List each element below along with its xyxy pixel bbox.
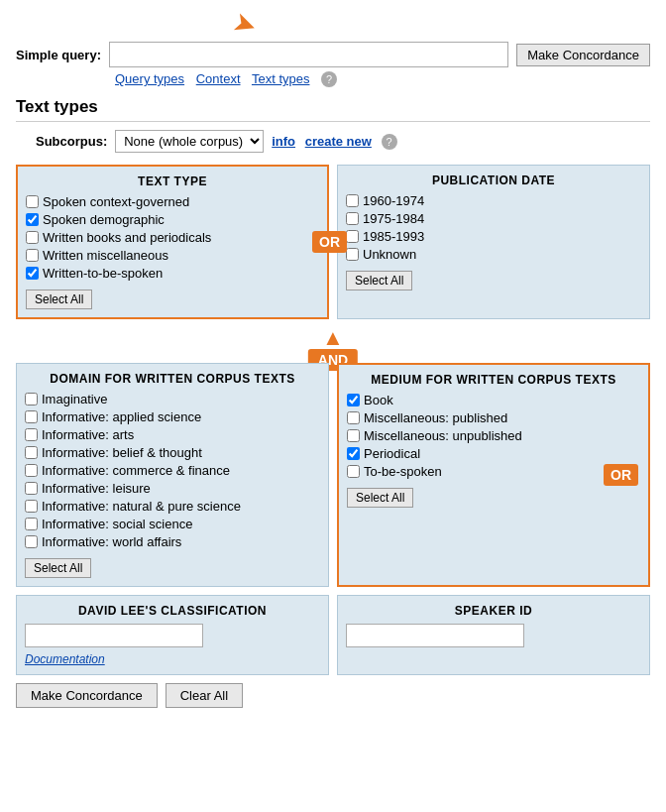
domain-item-6: Informative: natural & pure science: [25, 499, 320, 514]
help-icon[interactable]: ?: [321, 71, 337, 87]
medium-item-4: To-be-spoken: [347, 464, 640, 479]
domain-checkbox-5[interactable]: [25, 482, 38, 495]
pub-date-label-1[interactable]: 1975-1984: [363, 211, 424, 226]
domain-item-4: Informative: commerce & finance: [25, 463, 320, 478]
domain-label-8[interactable]: Informative: world affairs: [42, 534, 181, 549]
pub-date-checkbox-1[interactable]: [346, 212, 359, 225]
domain-checkbox-8[interactable]: [25, 535, 38, 548]
medium-checkbox-0[interactable]: [347, 394, 360, 406]
domain-label-0[interactable]: Imaginative: [42, 392, 107, 406]
make-concordance-button-top[interactable]: Make Concordance: [516, 44, 650, 66]
medium-checkbox-3[interactable]: [347, 447, 360, 460]
medium-label-0[interactable]: Book: [364, 393, 393, 407]
domain-checkbox-7[interactable]: [25, 518, 38, 530]
subcorpus-help-icon[interactable]: ?: [382, 134, 397, 150]
pub-date-title: PUBLICATION DATE: [346, 174, 641, 187]
documentation-link[interactable]: Documentation: [25, 652, 105, 666]
pub-date-item-1: 1975-1984: [346, 211, 641, 226]
domain-label-7[interactable]: Informative: social science: [42, 517, 192, 531]
text-type-title: TEXT TYPE: [26, 174, 319, 188]
pub-date-select-all[interactable]: Select All: [346, 271, 412, 290]
medium-label-3[interactable]: Periodical: [364, 446, 420, 461]
context-link[interactable]: Context: [196, 71, 241, 86]
domain-label-2[interactable]: Informative: arts: [42, 427, 134, 442]
medium-select-all[interactable]: Select All: [347, 488, 413, 508]
pub-date-checkbox-0[interactable]: [346, 194, 359, 207]
david-lee-input[interactable]: [25, 624, 203, 647]
text-type-item-4: Written-to-be-spoken: [26, 266, 319, 281]
text-type-panel: TEXT TYPE Spoken context-governed Spoken…: [16, 165, 329, 319]
domain-item-0: Imaginative: [25, 392, 320, 406]
text-type-label-2[interactable]: Written books and periodicals: [43, 230, 211, 245]
simple-query-input[interactable]: [109, 42, 508, 67]
medium-label-4[interactable]: To-be-spoken: [364, 464, 442, 479]
query-types-link[interactable]: Query types: [115, 71, 184, 86]
speaker-id-panel: SPEAKER ID: [337, 595, 650, 675]
or-badge-medium: OR: [604, 464, 638, 486]
up-arrow-icon: ▲: [322, 327, 344, 349]
medium-item-0: Book: [347, 393, 640, 407]
domain-checkbox-4[interactable]: [25, 464, 38, 477]
subcorpus-select[interactable]: None (whole corpus): [115, 130, 264, 153]
query-links: Query types Context Text types ?: [115, 71, 650, 87]
domain-checkbox-1[interactable]: [25, 410, 38, 423]
text-type-checkbox-0[interactable]: [26, 195, 39, 208]
section-title: Text types: [16, 97, 650, 122]
domain-label-1[interactable]: Informative: applied science: [42, 409, 201, 424]
text-type-checkbox-2[interactable]: [26, 231, 39, 244]
medium-label-1[interactable]: Miscellaneous: published: [364, 410, 507, 425]
domain-checkbox-0[interactable]: [25, 393, 38, 406]
domain-item-1: Informative: applied science: [25, 409, 320, 424]
bottom-buttons: Make Concordance Clear All: [16, 683, 650, 708]
domain-label-4[interactable]: Informative: commerce & finance: [42, 463, 230, 478]
domain-checkbox-2[interactable]: [25, 428, 38, 441]
arrow-indicator: ➤: [229, 5, 262, 44]
text-type-label-0[interactable]: Spoken context-governed: [43, 194, 189, 209]
pub-date-item-2: 1985-1993: [346, 229, 641, 244]
pub-date-label-0[interactable]: 1960-1974: [363, 193, 424, 208]
david-lee-panel: DAVID LEE'S CLASSIFICATION Documentation: [16, 595, 329, 675]
subcorpus-info-link[interactable]: info: [272, 134, 295, 149]
speaker-id-title: SPEAKER ID: [346, 604, 641, 618]
pub-date-label-3[interactable]: Unknown: [363, 247, 416, 262]
medium-item-2: Miscellaneous: unpublished: [347, 428, 640, 443]
text-type-label-4[interactable]: Written-to-be-spoken: [43, 266, 163, 281]
domain-item-5: Informative: leisure: [25, 481, 320, 496]
david-lee-title: DAVID LEE'S CLASSIFICATION: [25, 604, 320, 618]
text-type-item-0: Spoken context-governed: [26, 194, 319, 209]
make-concordance-button-bottom[interactable]: Make Concordance: [16, 683, 158, 708]
simple-query-label: Simple query:: [16, 48, 101, 62]
pub-date-item-3: Unknown: [346, 247, 641, 262]
publication-date-panel: PUBLICATION DATE 1960-1974 1975-1984 198…: [337, 165, 650, 319]
medium-label-2[interactable]: Miscellaneous: unpublished: [364, 428, 522, 443]
clear-all-button[interactable]: Clear All: [166, 683, 243, 708]
pub-date-checkbox-2[interactable]: [346, 230, 359, 243]
pub-date-label-2[interactable]: 1985-1993: [363, 229, 424, 244]
pub-date-item-0: 1960-1974: [346, 193, 641, 208]
speaker-id-input[interactable]: [346, 624, 524, 647]
text-type-select-all[interactable]: Select All: [26, 290, 92, 309]
domain-item-8: Informative: world affairs: [25, 534, 320, 549]
domain-label-6[interactable]: Informative: natural & pure science: [42, 499, 241, 514]
text-type-label-1[interactable]: Spoken demographic: [43, 212, 165, 227]
medium-checkbox-2[interactable]: [347, 429, 360, 442]
medium-checkbox-1[interactable]: [347, 411, 360, 424]
domain-title: DOMAIN FOR WRITTEN CORPUS TEXTS: [25, 372, 320, 386]
domain-checkbox-6[interactable]: [25, 500, 38, 513]
text-type-checkbox-3[interactable]: [26, 249, 39, 262]
text-type-item-3: Written miscellaneous: [26, 248, 319, 263]
medium-item-1: Miscellaneous: published: [347, 410, 640, 425]
pub-date-checkbox-3[interactable]: [346, 248, 359, 261]
subcorpus-links: info create new ?: [272, 134, 396, 150]
medium-checkbox-4[interactable]: [347, 465, 360, 478]
domain-label-3[interactable]: Informative: belief & thought: [42, 445, 202, 460]
subcorpus-create-link[interactable]: create new: [305, 134, 372, 149]
domain-label-5[interactable]: Informative: leisure: [42, 481, 151, 496]
domain-item-7: Informative: social science: [25, 517, 320, 531]
text-type-checkbox-1[interactable]: [26, 213, 39, 226]
text-type-label-3[interactable]: Written miscellaneous: [43, 248, 168, 263]
text-type-checkbox-4[interactable]: [26, 267, 39, 280]
domain-checkbox-3[interactable]: [25, 446, 38, 459]
text-types-link[interactable]: Text types: [252, 71, 310, 86]
domain-select-all[interactable]: Select All: [25, 558, 91, 578]
